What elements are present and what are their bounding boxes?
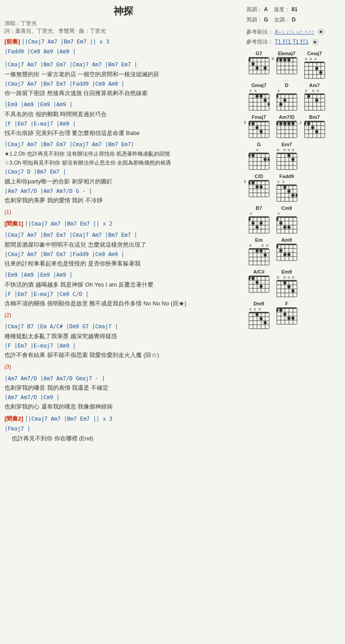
- paren2-label: (2): [4, 312, 11, 318]
- verse2a-chord2: |Cmaj7 Am7 |Bm7 Em7 |Fadd9 |Cm9 Am9 |: [4, 250, 242, 259]
- svg-point-247: [287, 253, 290, 256]
- strum-label: 參考刷法：: [246, 29, 273, 35]
- finger-pattern[interactable]: T1 打1 T1 打1: [275, 39, 308, 45]
- svg-point-113: [283, 122, 286, 125]
- verse2a-chord1: |Cmaj7 Am7 |Bm7 Em7 |Cmaj7 Am7 |Bm7 Em7 …: [4, 231, 242, 239]
- verse2a-lyric1: 那間居酒屋印象中明明不在這兒 怎麼就這樣突然出現了: [4, 240, 242, 250]
- svg-point-115: [291, 122, 294, 125]
- svg-point-96: [249, 122, 251, 125]
- svg-point-203: [255, 226, 258, 229]
- svg-point-218: [287, 226, 290, 229]
- svg-point-188: [295, 194, 297, 197]
- interlude2-lyric: 也許再見不到你 你在哪裡 (End): [12, 435, 93, 442]
- svg-point-170: [249, 181, 251, 184]
- outro1-chord2: |Am7 Am7/D |Cm9 |: [4, 393, 242, 402]
- verse1a-chord2: |Cmaj7 Am7 |Bm7 Em7 |Fadd9 |Cm9 Am9 |: [4, 79, 242, 88]
- svg-point-215: [276, 218, 279, 221]
- svg-point-145: [267, 158, 270, 161]
- svg-point-54: [255, 95, 258, 98]
- outro1-lyric1: 也刺穿我的嗓音 我的表情 我還是 不確定: [4, 383, 242, 393]
- svg-point-71: [279, 103, 282, 106]
- verse2a-lyric2: 往來的計程車看起來也是怪怪的 是否你扮乘客躲著我: [4, 259, 242, 269]
- svg-point-186: [287, 190, 290, 193]
- svg-point-128: [307, 122, 310, 125]
- verse1a-lyric2: 你一路留下密語 然後再次逃脫 往回推算祇剩不自然線索: [4, 88, 242, 98]
- svg-point-142: [249, 154, 251, 157]
- performer: 演唱：丁世光: [4, 20, 37, 27]
- svg-point-304: [283, 313, 286, 316]
- svg-point-57: [267, 103, 270, 106]
- chord-diagrams: G7Ebmaj76Cmaj7oooGmaj7xxDxAm7oooFmaj75Am…: [246, 50, 341, 330]
- bridge-lyric1: 種種疑點太多亂了我筆墨 越深究越覺得疑惑: [4, 331, 242, 341]
- svg-point-42: [319, 71, 322, 74]
- svg-point-232: [263, 253, 266, 257]
- verse1b-lyric1: 不具名的信 假的郵戳 時間簡直過於巧合: [4, 109, 242, 119]
- svg-point-288: [255, 313, 258, 316]
- svg-point-275: [287, 285, 290, 288]
- svg-point-245: [279, 249, 282, 252]
- verse1b-chord2: |F |Em7 |E♭maj7 |Am9 |: [4, 119, 242, 128]
- svg-point-112: [279, 122, 282, 125]
- verse2b-lyric1: 不快活的酒 越喝越多 我是神探 Oh Yes I am 反覆念著什麼: [4, 280, 242, 290]
- svg-point-305: [287, 317, 290, 320]
- svg-point-111: [276, 122, 279, 125]
- chorus1-lyric1: 牆上和你party唯一的合影 刺穿相片的圖釘: [4, 177, 242, 187]
- svg-point-261: [255, 281, 258, 284]
- intro-label: [前奏]: [4, 38, 20, 45]
- original-key-val: A: [264, 6, 268, 13]
- svg-point-69: [276, 95, 279, 98]
- svg-point-289: [259, 317, 262, 320]
- svg-point-114: [287, 122, 290, 125]
- verse2b-chord2: |F |Em7 |E♭maj7 |Cm9 C/D |: [4, 290, 242, 299]
- svg-point-260: [251, 277, 254, 280]
- svg-point-302: [276, 309, 279, 312]
- strum-pattern[interactable]: X--↓ ↓↑↓ -↓↑ ↑-↑↑: [275, 29, 314, 35]
- svg-point-290: [263, 321, 266, 324]
- svg-point-246: [283, 253, 286, 256]
- svg-point-200: [249, 218, 251, 221]
- verse1a-lyric1: 一條無聲的街 一家古老的店 一個空的房間和一根沒熄滅的菸: [4, 70, 242, 79]
- outro1-lyric2: 也刺穿我的心 還有我的嘆息 我像個神經病: [4, 402, 242, 412]
- svg-point-12: [251, 62, 254, 65]
- svg-point-143: [251, 154, 254, 157]
- verse1a-chord1: |Cmaj7 Am7 |Bm7 Em7 |Cmaj7 Am7 |Bm7 Em7 …: [4, 60, 242, 69]
- svg-point-13: [255, 66, 258, 70]
- tempo-label: 速度：: [274, 6, 290, 13]
- verse1b-lyric2: 找不出痕跡 完美到不合理 要怎麼相信這是命運 Babe: [4, 128, 242, 138]
- outro1-chord1: |Am7 Am7/D |Am7 Am7/D Gmaj7 - |: [4, 374, 242, 383]
- chorus1-star2: ☆3.Oh 明知再見不到你 卻沒有辦法停止思念你 全因為那晚偶然的相遇: [4, 158, 242, 167]
- svg-point-28: [283, 58, 286, 61]
- svg-point-130: [315, 130, 318, 133]
- svg-point-26: [276, 58, 279, 61]
- svg-point-217: [283, 226, 286, 229]
- svg-point-97: [251, 122, 254, 125]
- chorus1-chord2: |Cmaj7 D |Bm7 Em7 |: [4, 167, 242, 176]
- svg-point-244: [276, 245, 279, 248]
- verse1b-chord1: |Em9 |Am9 |Em9 |Am9 |: [4, 100, 242, 109]
- interlude2-label: [間奏2]: [4, 415, 23, 422]
- finger-play-btn[interactable]: ▶: [312, 39, 319, 46]
- interlude2-chord2: |Fmaj7 |: [4, 426, 31, 432]
- svg-point-303: [279, 309, 282, 312]
- svg-point-231: [259, 249, 262, 252]
- svg-point-56: [263, 99, 266, 102]
- female-key-val: D: [292, 17, 296, 23]
- svg-point-14: [263, 66, 266, 70]
- svg-point-202: [259, 222, 262, 225]
- paren3-label: (3): [4, 364, 11, 370]
- svg-point-274: [283, 281, 286, 284]
- svg-point-29: [287, 58, 290, 61]
- verse2b-chord1: |Em9 |Am9 |Em9 |Am9 |: [4, 270, 242, 279]
- svg-point-306: [291, 317, 294, 320]
- svg-point-129: [311, 126, 314, 129]
- composer: 曲：丁世光: [79, 27, 106, 35]
- svg-point-55: [259, 95, 262, 98]
- finger-label: 參考指法：: [246, 39, 273, 45]
- svg-point-216: [279, 222, 282, 225]
- song-title: 神探: [114, 4, 133, 18]
- svg-point-187: [291, 194, 294, 197]
- chorus1-chord3: |Am7 Am7/D |Am7 Am7/D G - |: [4, 187, 242, 196]
- svg-point-98: [255, 126, 258, 129]
- strum-play-btn[interactable]: ▶: [318, 28, 325, 35]
- interlude1-label: [間奏1]: [4, 220, 23, 227]
